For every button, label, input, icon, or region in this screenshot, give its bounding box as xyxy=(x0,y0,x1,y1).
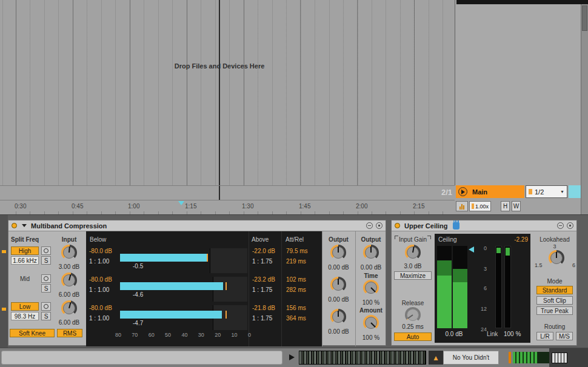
global-output-knob[interactable] xyxy=(363,245,379,260)
scrollbar-thumb[interactable] xyxy=(582,5,587,31)
input-low-knob[interactable] xyxy=(61,300,77,316)
ceiling-handle[interactable] xyxy=(469,246,474,253)
attack-value[interactable]: 156 ms xyxy=(286,305,306,311)
above-ratio-value[interactable]: 1 : 1.75 xyxy=(252,315,272,322)
level-bar xyxy=(120,254,208,262)
input-mid-knob[interactable] xyxy=(61,273,77,288)
device-activator-led[interactable] xyxy=(12,223,17,228)
release-value[interactable]: 219 ms xyxy=(286,258,306,265)
below-threshold-value[interactable]: -80.0 dB xyxy=(89,248,112,254)
mode-true-peak-button[interactable]: True Peak xyxy=(536,306,573,315)
limiter-display[interactable]: Ceiling -2.29 0 3 6 12 24 0.0 dB Link 1 xyxy=(435,234,530,343)
below-threshold-value[interactable]: -80.0 dB xyxy=(89,305,112,311)
below-ratio-value[interactable]: 1 : 1.00 xyxy=(89,315,109,322)
loop-start-marker[interactable] xyxy=(178,201,184,205)
ruler-time: 1:45 xyxy=(299,203,310,210)
preview-play-icon[interactable] xyxy=(289,354,295,360)
input-low-value[interactable]: 6.00 dB xyxy=(56,319,82,326)
input-high-knob[interactable] xyxy=(61,245,77,260)
multiband-display[interactable]: Below Above Att/Rel -80.0 dB 1 : 1.00 -0… xyxy=(86,231,322,346)
maximize-button[interactable]: Maximize xyxy=(394,271,432,280)
input-mid-value[interactable]: 6.00 dB xyxy=(56,291,82,298)
mode-soft-clip-button[interactable]: Soft Clip xyxy=(536,296,573,305)
save-preset-icon[interactable] xyxy=(567,222,573,229)
release-value[interactable]: 282 ms xyxy=(286,286,306,293)
playback-speed-field[interactable]: 1.00x xyxy=(469,201,491,211)
band-high-listen-button[interactable] xyxy=(41,246,51,255)
input-high-value[interactable]: 3.00 dB xyxy=(56,263,82,270)
split-freq-low-value[interactable]: 98.3 Hz xyxy=(11,312,39,320)
ruler-time: 1:15 xyxy=(185,203,196,210)
attack-value[interactable]: 79.5 ms xyxy=(286,248,308,254)
routing-lr-button[interactable]: L/R xyxy=(536,332,553,340)
band-low-solo-button[interactable]: S xyxy=(41,312,51,320)
device-title-bar[interactable]: Multiband Compression xyxy=(8,220,386,231)
above-ratio-value[interactable]: 1 : 1.75 xyxy=(252,286,272,293)
play-icon[interactable] xyxy=(458,187,467,196)
input-gain-value[interactable]: 3.0 dB xyxy=(393,263,433,269)
output-high-value[interactable]: 0.00 dB xyxy=(322,264,355,271)
link-value[interactable]: 100 % xyxy=(504,331,521,337)
preview-meter-button[interactable] xyxy=(456,201,468,211)
gain-reduction-value[interactable]: -2.29 xyxy=(514,236,528,243)
above-threshold-value[interactable]: -21.8 dB xyxy=(252,305,275,311)
output-routing-select[interactable]: 1/2 ▼ xyxy=(526,185,567,198)
above-ratio-value[interactable]: 1 : 1.75 xyxy=(252,258,272,265)
output-low-value[interactable]: 0.00 dB xyxy=(322,328,355,335)
arrangement-grid xyxy=(0,0,455,185)
vertical-scrollbar[interactable] xyxy=(581,4,588,214)
rms-button[interactable]: RMS xyxy=(57,329,82,337)
release-value[interactable]: 0.25 ms xyxy=(393,323,433,330)
above-threshold-value[interactable]: -23.2 dB xyxy=(252,276,275,283)
save-preset-icon[interactable] xyxy=(376,222,383,229)
keyboard-icon[interactable] xyxy=(552,352,567,363)
band-high-button[interactable]: High xyxy=(11,246,39,255)
chevron-down-icon: ▼ xyxy=(560,190,564,194)
input-gain-knob[interactable] xyxy=(405,245,421,260)
below-threshold-value[interactable]: -80.0 dB xyxy=(89,276,112,283)
hot-swap-icon[interactable] xyxy=(366,222,373,229)
device-title-bar[interactable]: Upper Ceiling xyxy=(392,220,576,231)
band-mid-listen-button[interactable] xyxy=(41,274,51,283)
output-meter-left xyxy=(437,246,452,328)
below-ratio-value[interactable]: 1 : 1.00 xyxy=(89,258,109,265)
amount-value[interactable]: 100 % xyxy=(355,334,387,341)
level-value: -0.5 xyxy=(133,263,143,269)
band-mid-solo-button[interactable]: S xyxy=(41,284,51,293)
output-mid-knob[interactable] xyxy=(330,277,346,293)
above-threshold-value[interactable]: -22.0 dB xyxy=(252,248,275,254)
main-track-header[interactable]: Main xyxy=(456,185,524,198)
ceiling-value[interactable]: 0.0 dB xyxy=(438,331,470,337)
release-knob[interactable] xyxy=(405,307,421,323)
soft-knee-button[interactable]: Soft Knee xyxy=(10,329,55,337)
sample-preview-waveform[interactable] xyxy=(299,351,426,365)
output-low-knob[interactable] xyxy=(330,309,346,325)
scrub-row[interactable]: 2/1 xyxy=(0,185,455,200)
time-value[interactable]: 100 % xyxy=(355,299,387,306)
lookahead-knob[interactable] xyxy=(549,250,564,266)
device-activator-led[interactable] xyxy=(395,223,400,228)
band-low-listen-button[interactable] xyxy=(41,302,51,311)
automation-w-button[interactable]: W xyxy=(512,201,521,211)
time-knob[interactable] xyxy=(363,280,379,296)
mode-standard-button[interactable]: Standard xyxy=(536,286,573,294)
attack-value[interactable]: 102 ms xyxy=(286,276,306,283)
band-low-button[interactable]: Low xyxy=(11,302,39,311)
release-value[interactable]: 364 ms xyxy=(286,315,306,322)
arrangement-view[interactable]: Drop Files and Devices Here 2/1 Main 1/2… xyxy=(0,0,588,214)
automation-h-button[interactable]: H xyxy=(501,201,510,211)
below-ratio-value[interactable]: 1 : 1.00 xyxy=(89,286,109,293)
fold-icon[interactable] xyxy=(22,224,27,227)
global-output-value[interactable]: 0.00 dB xyxy=(355,264,387,271)
output-mid-value[interactable]: 0.00 dB xyxy=(322,296,355,303)
hot-swap-icon[interactable] xyxy=(557,222,564,229)
main-track-lane xyxy=(455,0,581,185)
routing-ms-button[interactable]: M/S xyxy=(556,332,573,340)
band-mid-label[interactable]: Mid xyxy=(11,276,39,282)
amount-knob[interactable] xyxy=(363,315,379,331)
band-high-solo-button[interactable]: S xyxy=(41,256,51,265)
auto-release-button[interactable]: Auto xyxy=(394,332,432,341)
split-freq-high-value[interactable]: 1.66 kHz xyxy=(11,256,39,265)
output-high-knob[interactable] xyxy=(330,245,346,260)
time-ruler[interactable]: 0:30 0:45 1:00 1:15 1:30 1:45 2:00 2:15 xyxy=(0,200,455,214)
